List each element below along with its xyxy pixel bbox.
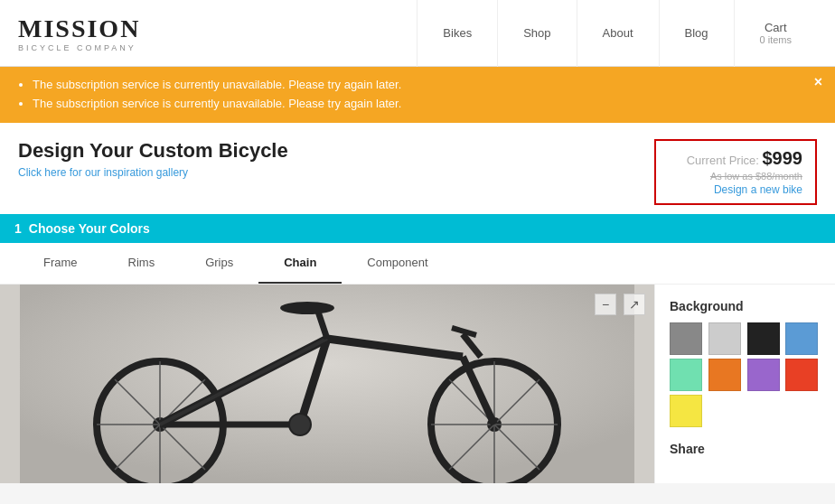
brand-name: MISSION	[18, 14, 140, 42]
bike-image: − ↗	[0, 285, 654, 483]
color-tabs: Frame Rims Grips Chain Component	[0, 243, 835, 285]
svg-point-22	[280, 302, 334, 314]
nav-blog[interactable]: Blog	[659, 0, 734, 67]
alert-message-2: The subscription service is currently un…	[33, 95, 799, 114]
price-row: Current Price: $999	[669, 148, 802, 169]
price-monthly: As low as $88/month	[669, 171, 802, 182]
tab-grips[interactable]: Grips	[180, 243, 258, 284]
alert-close-button[interactable]: ×	[814, 74, 822, 90]
color-swatch-light[interactable]	[708, 322, 741, 355]
price-box: Current Price: $999 As low as $88/month …	[654, 139, 817, 205]
tab-rims[interactable]: Rims	[103, 243, 181, 284]
color-panel: Background Share	[654, 285, 835, 483]
tab-chain[interactable]: Chain	[258, 243, 342, 284]
alert-messages: The subscription service is currently un…	[14, 76, 799, 114]
nav-shop[interactable]: Shop	[497, 0, 576, 67]
share-title: Share	[670, 442, 821, 456]
color-swatch-orange[interactable]	[708, 359, 741, 391]
color-swatch-gray[interactable]	[670, 322, 702, 355]
cart-count: 0 items	[760, 34, 792, 45]
inspiration-link[interactable]: Click here for our inspiration gallery	[18, 166, 288, 179]
color-swatch-purple[interactable]	[747, 359, 780, 391]
page-title: Design Your Custom Bicycle	[18, 139, 288, 163]
main-content: Design Your Custom Bicycle Click here fo…	[0, 123, 835, 483]
zoom-out-button[interactable]: −	[595, 294, 616, 315]
bike-controls: − ↗	[595, 294, 645, 315]
alert-banner: The subscription service is currently un…	[0, 67, 835, 123]
color-swatch-blue[interactable]	[785, 322, 818, 355]
color-swatch-black[interactable]	[747, 322, 780, 355]
price-value: $999	[763, 148, 803, 168]
expand-button[interactable]: ↗	[624, 294, 645, 315]
nav-about[interactable]: About	[577, 0, 659, 67]
main-nav: Bikes Shop About Blog Cart 0 items	[417, 0, 817, 66]
color-swatch-mint[interactable]	[670, 359, 702, 391]
nav-cart[interactable]: Cart 0 items	[734, 0, 817, 67]
logo: MISSION BICYCLE COMPANY	[18, 14, 140, 52]
header: MISSION BICYCLE COMPANY Bikes Shop About…	[0, 0, 835, 67]
bike-area: − ↗ Background Share	[0, 285, 835, 483]
color-grid	[670, 322, 821, 427]
price-label: Current Price:	[687, 154, 759, 167]
tab-frame[interactable]: Frame	[18, 243, 103, 284]
design-header: Design Your Custom Bicycle Click here fo…	[0, 123, 835, 214]
brand-sub: BICYCLE COMPANY	[18, 43, 140, 52]
color-swatch-yellow[interactable]	[670, 395, 702, 427]
section-label: Choose Your Colors	[29, 221, 150, 236]
bike-svg	[20, 285, 634, 483]
background-title: Background	[670, 299, 821, 313]
svg-point-23	[289, 414, 311, 435]
design-title-area: Design Your Custom Bicycle Click here fo…	[18, 139, 288, 179]
nav-bikes[interactable]: Bikes	[417, 0, 497, 67]
tab-component[interactable]: Component	[342, 243, 453, 284]
design-new-bike-link[interactable]: Design a new bike	[669, 183, 802, 196]
section-number: 1	[14, 221, 22, 236]
alert-message-1: The subscription service is currently un…	[33, 76, 799, 95]
section-choose-colors: 1 Choose Your Colors	[0, 214, 835, 243]
color-swatch-red[interactable]	[785, 359, 818, 391]
cart-label: Cart	[765, 21, 787, 34]
